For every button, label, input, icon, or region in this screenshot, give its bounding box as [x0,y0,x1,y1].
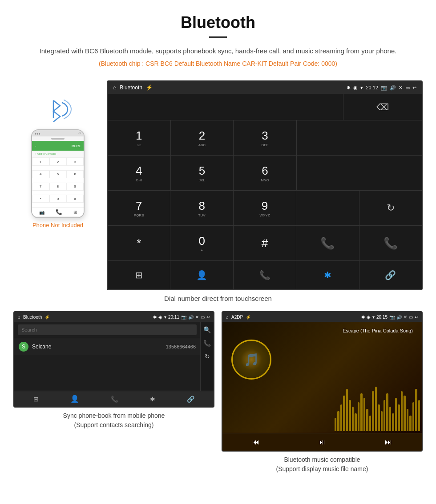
phone-key-3[interactable]: 3 [66,158,84,166]
dial-key-1[interactable]: 1⌂⌂ [108,120,171,155]
pb-x-icon[interactable]: ✕ [195,315,199,320]
phone-home-button[interactable] [55,217,61,218]
pb-app-name: Bluetooth [23,315,42,320]
pb-back-icon[interactable]: ↩ [206,315,210,320]
dial-empty-1 [297,120,422,155]
ms-vol-icon[interactable]: 🔊 [396,315,402,320]
phonebook-wrapper: ⌂ Bluetooth ⚡ ✱ ◉ ▾ 20:11 📷 🔊 ✕ ▭ ↩ [13,311,214,474]
ms-content: Escape (The Pina Colada Song) 🎵 [222,322,422,433]
pb-home-icon[interactable]: ⌂ [18,315,20,320]
phone-speaker [51,138,65,140]
dial-key-0[interactable]: 0+ [170,226,233,260]
eq-bar [395,398,397,431]
phone-key-8[interactable]: 8 [49,183,67,191]
back-icon[interactable]: ↩ [412,85,416,91]
ms-win-icon[interactable]: ▭ [409,315,413,320]
camera-icon[interactable]: 📷 [381,85,387,91]
pb-search-side-icon[interactable]: 🔍 [203,326,211,333]
pb-nav-phone[interactable]: 📞 [111,396,118,403]
pb-contact-row[interactable]: S Seicane 13566664466 [14,338,200,355]
dial-key-star[interactable]: * [108,226,170,260]
backspace-button[interactable]: ⌫ [343,94,422,120]
pb-location-icon: ◉ [158,315,162,320]
pb-nav-keypad[interactable]: ⊞ [33,396,39,403]
ms-song-title: Escape (The Pina Colada Song) [227,326,417,333]
dial-caption: Dial number direct from touchscreen [0,295,436,302]
dial-key-3[interactable]: 3DEF [234,120,297,155]
phone-key-hash[interactable]: # [66,195,84,203]
pb-search-input[interactable] [18,324,197,335]
phone-key-9[interactable]: 9 [66,183,84,191]
pb-time: 20:11 [168,315,179,320]
music-wrapper: ⌂ A2DP ⚡ ✱ ◉ ▾ 20:15 📷 🔊 ✕ ▭ ↩ [222,311,423,474]
call-nav-button[interactable]: 📞 [234,261,296,289]
phone-key-5[interactable]: 5 [49,170,67,178]
pb-content-row: S Seicane 13566664466 🔍 📞 ↻ [14,322,214,391]
ms-eq-bars [333,344,422,433]
ms-status-bar: ⌂ A2DP ⚡ ✱ ◉ ▾ 20:15 📷 🔊 ✕ ▭ ↩ [222,312,422,322]
pb-nav-link[interactable]: 🔗 [187,396,194,403]
ms-camera-icon[interactable]: 📷 [389,315,395,320]
phone-key-6[interactable]: 6 [66,170,84,178]
prev-button[interactable]: ⏮ [252,438,259,446]
end-call-button[interactable]: 📞 [359,226,422,260]
eq-bar [340,404,342,431]
ms-album-art: 🎵 [231,340,271,380]
pb-nav-bt[interactable]: ✱ [150,396,155,403]
dial-key-4[interactable]: 4GHI [108,156,171,190]
phone-key-4[interactable]: 4 [32,170,49,178]
phone-key-1[interactable]: 1 [32,158,49,166]
close-icon[interactable]: ✕ [399,85,403,91]
page-description: Integrated with BC6 Bluetooth module, su… [27,46,409,56]
dial-key-8[interactable]: 8TUV [170,191,233,225]
ms-controls: ⏮ ⏯ ⏭ [222,433,422,451]
eq-bar [407,409,408,431]
phonebook-screen: ⌂ Bluetooth ⚡ ✱ ◉ ▾ 20:11 📷 🔊 ✕ ▭ ↩ [13,311,214,408]
bluetooth-nav-button[interactable]: ✱ [296,261,359,289]
phone-key-0[interactable]: 0 [49,195,67,203]
volume-icon[interactable]: 🔊 [390,85,396,91]
music-caption: Bluetooth music compatible(Support displ… [222,455,423,474]
eq-bar [401,391,403,431]
home-icon[interactable]: ⌂ [113,84,116,91]
time-display: 20:12 [366,85,378,90]
phone-key-2[interactable]: 2 [49,158,67,166]
dial-key-2[interactable]: 2ABC [171,120,234,155]
keypad-nav-button[interactable]: ⊞ [108,261,170,289]
phone-bottom-row: 📷 📞 ⊞ [32,207,84,216]
dial-key-9[interactable]: 9WXYZ [234,191,296,225]
status-left: ⌂ Bluetooth ⚡ [113,84,153,91]
pb-contact-letter: S [19,342,28,352]
dial-key-6[interactable]: 6MNO [234,156,297,190]
link-nav-button[interactable]: 🔗 [359,261,422,289]
status-right: ✱ ◉ ▾ 20:12 📷 🔊 ✕ ▭ ↩ [347,85,416,91]
pb-camera-icon[interactable]: 📷 [181,315,186,320]
play-pause-button[interactable]: ⏯ [319,438,326,446]
eq-bar [343,396,345,431]
pb-win-icon[interactable]: ▭ [201,315,205,320]
eq-bar [352,407,354,431]
ms-home-icon[interactable]: ⌂ [226,315,229,320]
bluetooth-label: Bluetooth [120,84,142,91]
eq-bar [404,396,405,431]
ms-x-icon[interactable]: ✕ [404,315,407,320]
dial-key-5[interactable]: 5JKL [171,156,234,190]
pb-nav-person[interactable]: 👤 [70,395,79,403]
call-button[interactable]: 📞 [296,226,359,260]
pb-vol-icon[interactable]: 🔊 [188,315,194,320]
eq-bar [360,393,362,431]
dial-key-hash[interactable]: # [234,226,296,260]
usb-icon: ⚡ [146,84,153,91]
dial-empty-3 [296,191,359,225]
pb-refresh-side-icon[interactable]: ↻ [205,353,210,360]
phone-key-7[interactable]: 7 [32,183,49,191]
window-icon[interactable]: ▭ [405,85,410,91]
pb-call-side-icon[interactable]: 📞 [203,340,211,347]
contacts-nav-button[interactable]: 👤 [170,261,233,289]
next-button[interactable]: ⏭ [385,438,392,446]
refresh-button[interactable]: ↻ [359,191,422,225]
dial-key-7[interactable]: 7PQRS [108,191,170,225]
phone-not-included-label: Phone Not Included [32,222,83,228]
phone-key-star[interactable]: * [32,195,49,203]
ms-back-icon[interactable]: ↩ [415,315,418,320]
